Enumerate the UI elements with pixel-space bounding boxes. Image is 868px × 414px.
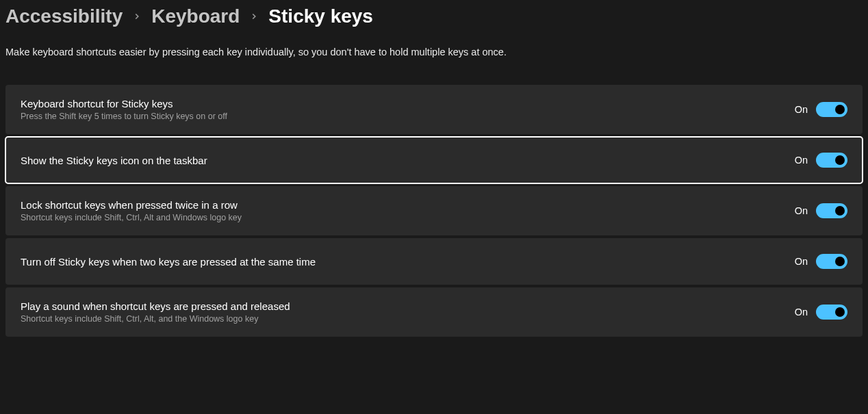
toggle-group: On — [795, 153, 847, 168]
toggle-knob — [835, 206, 845, 216]
setting-text: Turn off Sticky keys when two keys are p… — [21, 256, 316, 268]
setting-subtitle: Shortcut keys include Shift, Ctrl, Alt, … — [21, 314, 290, 324]
setting-title: Turn off Sticky keys when two keys are p… — [21, 256, 316, 268]
setting-play-sound[interactable]: Play a sound when shortcut keys are pres… — [5, 287, 863, 337]
toggle-group: On — [795, 102, 847, 117]
settings-list: Keyboard shortcut for Sticky keys Press … — [5, 85, 863, 337]
toggle-knob — [835, 155, 845, 165]
chevron-right-icon — [249, 12, 259, 21]
setting-taskbar-icon[interactable]: Show the Sticky keys icon on the taskbar… — [5, 137, 863, 183]
setting-lock-shortcut[interactable]: Lock shortcut keys when pressed twice in… — [5, 186, 863, 235]
toggle-switch[interactable] — [816, 254, 847, 269]
toggle-group: On — [795, 203, 847, 218]
setting-text: Show the Sticky keys icon on the taskbar — [21, 155, 207, 166]
setting-text: Keyboard shortcut for Sticky keys Press … — [21, 98, 227, 121]
toggle-state-label: On — [795, 104, 808, 115]
toggle-switch[interactable] — [816, 305, 847, 320]
setting-keyboard-shortcut[interactable]: Keyboard shortcut for Sticky keys Press … — [5, 85, 863, 134]
breadcrumb-current: Sticky keys — [268, 5, 373, 27]
toggle-knob — [835, 307, 845, 317]
setting-title: Play a sound when shortcut keys are pres… — [21, 300, 290, 312]
toggle-switch[interactable] — [816, 102, 847, 117]
toggle-state-label: On — [795, 155, 808, 166]
setting-subtitle: Shortcut keys include Shift, Ctrl, Alt a… — [21, 213, 242, 222]
toggle-state-label: On — [795, 256, 808, 267]
breadcrumb-keyboard[interactable]: Keyboard — [151, 5, 240, 27]
toggle-switch[interactable] — [816, 153, 847, 168]
chevron-right-icon — [132, 12, 142, 21]
toggle-knob — [835, 257, 845, 266]
toggle-group: On — [795, 254, 847, 269]
breadcrumb: Accessibility Keyboard Sticky keys — [5, 5, 863, 27]
toggle-state-label: On — [795, 205, 808, 216]
breadcrumb-accessibility[interactable]: Accessibility — [5, 5, 123, 27]
toggle-group: On — [795, 305, 847, 320]
setting-text: Play a sound when shortcut keys are pres… — [21, 300, 290, 324]
setting-title: Show the Sticky keys icon on the taskbar — [21, 155, 207, 166]
setting-subtitle: Press the Shift key 5 times to turn Stic… — [21, 112, 227, 121]
setting-title: Keyboard shortcut for Sticky keys — [21, 98, 227, 109]
page-description: Make keyboard shortcuts easier by pressi… — [5, 47, 863, 57]
setting-turn-off-two-keys[interactable]: Turn off Sticky keys when two keys are p… — [5, 238, 863, 285]
toggle-knob — [835, 105, 845, 114]
setting-title: Lock shortcut keys when pressed twice in… — [21, 199, 242, 211]
toggle-switch[interactable] — [816, 203, 847, 218]
toggle-state-label: On — [795, 307, 808, 318]
setting-text: Lock shortcut keys when pressed twice in… — [21, 199, 242, 222]
